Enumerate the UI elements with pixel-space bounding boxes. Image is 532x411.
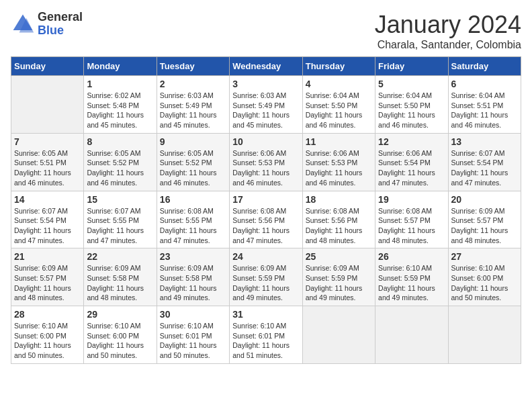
day-info: Sunrise: 6:09 AM Sunset: 5:57 PM Dayligh… <box>14 263 81 303</box>
calendar-cell: 7Sunrise: 6:05 AM Sunset: 5:51 PM Daylig… <box>11 133 84 191</box>
day-number: 8 <box>87 136 153 147</box>
calendar-cell: 8Sunrise: 6:05 AM Sunset: 5:52 PM Daylig… <box>84 133 157 191</box>
calendar-cell: 11Sunrise: 6:06 AM Sunset: 5:53 PM Dayli… <box>302 133 375 191</box>
day-info: Sunrise: 6:06 AM Sunset: 5:54 PM Dayligh… <box>378 148 445 188</box>
day-number: 5 <box>378 79 445 89</box>
calendar-cell: 12Sunrise: 6:06 AM Sunset: 5:54 PM Dayli… <box>375 133 448 191</box>
calendar-week-5: 28Sunrise: 6:10 AM Sunset: 6:00 PM Dayli… <box>11 306 521 364</box>
calendar-cell: 21Sunrise: 6:09 AM Sunset: 5:57 PM Dayli… <box>11 248 84 306</box>
day-number: 20 <box>451 194 518 205</box>
day-info: Sunrise: 6:07 AM Sunset: 5:54 PM Dayligh… <box>451 148 518 188</box>
calendar-cell: 6Sunrise: 6:04 AM Sunset: 5:51 PM Daylig… <box>448 76 521 134</box>
calendar-cell: 4Sunrise: 6:04 AM Sunset: 5:50 PM Daylig… <box>302 76 375 134</box>
calendar-cell: 28Sunrise: 6:10 AM Sunset: 6:00 PM Dayli… <box>11 306 84 364</box>
header-row: SundayMondayTuesdayWednesdayThursdayFrid… <box>11 57 521 76</box>
day-number: 16 <box>160 194 226 205</box>
calendar-cell: 22Sunrise: 6:09 AM Sunset: 5:58 PM Dayli… <box>84 248 157 306</box>
day-number: 25 <box>306 251 372 262</box>
day-number: 21 <box>14 251 81 262</box>
calendar-header: SundayMondayTuesdayWednesdayThursdayFrid… <box>11 57 521 76</box>
calendar-cell: 5Sunrise: 6:04 AM Sunset: 5:50 PM Daylig… <box>375 76 448 134</box>
day-info: Sunrise: 6:06 AM Sunset: 5:53 PM Dayligh… <box>232 148 299 188</box>
day-info: Sunrise: 6:04 AM Sunset: 5:50 PM Dayligh… <box>306 91 372 130</box>
day-number: 4 <box>306 79 372 89</box>
calendar-week-2: 7Sunrise: 6:05 AM Sunset: 5:51 PM Daylig… <box>11 133 521 191</box>
calendar-cell: 3Sunrise: 6:03 AM Sunset: 5:49 PM Daylig… <box>230 76 302 134</box>
calendar-cell: 9Sunrise: 6:05 AM Sunset: 5:52 PM Daylig… <box>157 133 229 191</box>
day-number: 13 <box>451 136 518 147</box>
day-info: Sunrise: 6:09 AM Sunset: 5:59 PM Dayligh… <box>232 263 299 303</box>
day-info: Sunrise: 6:03 AM Sunset: 5:49 PM Dayligh… <box>232 91 299 130</box>
day-info: Sunrise: 6:09 AM Sunset: 5:58 PM Dayligh… <box>160 263 226 303</box>
calendar-cell: 20Sunrise: 6:09 AM Sunset: 5:57 PM Dayli… <box>448 191 521 248</box>
day-info: Sunrise: 6:05 AM Sunset: 5:52 PM Dayligh… <box>87 148 153 188</box>
calendar-cell: 2Sunrise: 6:03 AM Sunset: 5:49 PM Daylig… <box>157 76 229 134</box>
calendar-cell: 13Sunrise: 6:07 AM Sunset: 5:54 PM Dayli… <box>448 133 521 191</box>
day-info: Sunrise: 6:06 AM Sunset: 5:53 PM Dayligh… <box>306 148 372 188</box>
day-number: 6 <box>451 79 518 89</box>
day-number: 31 <box>232 309 299 320</box>
day-info: Sunrise: 6:08 AM Sunset: 5:57 PM Dayligh… <box>378 206 445 246</box>
day-number: 14 <box>14 194 81 205</box>
weekday-header-sunday: Sunday <box>11 57 84 76</box>
day-number: 29 <box>87 309 153 320</box>
logo-general-text: General <box>38 11 83 24</box>
calendar-cell: 30Sunrise: 6:10 AM Sunset: 6:01 PM Dayli… <box>157 306 229 364</box>
calendar-cell: 10Sunrise: 6:06 AM Sunset: 5:53 PM Dayli… <box>230 133 302 191</box>
calendar-cell: 31Sunrise: 6:10 AM Sunset: 6:01 PM Dayli… <box>230 306 302 364</box>
day-number: 18 <box>306 194 372 205</box>
day-number: 28 <box>14 309 81 320</box>
calendar-week-4: 21Sunrise: 6:09 AM Sunset: 5:57 PM Dayli… <box>11 248 521 306</box>
weekday-header-saturday: Saturday <box>448 57 521 76</box>
day-info: Sunrise: 6:07 AM Sunset: 5:55 PM Dayligh… <box>87 206 153 246</box>
calendar-cell <box>448 306 521 364</box>
day-number: 26 <box>378 251 445 262</box>
day-info: Sunrise: 6:05 AM Sunset: 5:52 PM Dayligh… <box>160 148 226 188</box>
day-info: Sunrise: 6:04 AM Sunset: 5:50 PM Dayligh… <box>378 91 445 130</box>
page-header: General Blue January 2024 Charala, Santa… <box>11 11 521 51</box>
logo-blue-text: Blue <box>38 24 83 38</box>
calendar-cell: 26Sunrise: 6:10 AM Sunset: 5:59 PM Dayli… <box>375 248 448 306</box>
day-number: 12 <box>378 136 445 147</box>
calendar-cell: 25Sunrise: 6:09 AM Sunset: 5:59 PM Dayli… <box>302 248 375 306</box>
day-info: Sunrise: 6:09 AM Sunset: 5:59 PM Dayligh… <box>306 263 372 303</box>
calendar-cell: 23Sunrise: 6:09 AM Sunset: 5:58 PM Dayli… <box>157 248 229 306</box>
weekday-header-wednesday: Wednesday <box>230 57 302 76</box>
calendar-cell: 19Sunrise: 6:08 AM Sunset: 5:57 PM Dayli… <box>375 191 448 248</box>
weekday-header-friday: Friday <box>375 57 448 76</box>
weekday-header-monday: Monday <box>84 57 157 76</box>
day-info: Sunrise: 6:08 AM Sunset: 5:55 PM Dayligh… <box>160 206 226 246</box>
calendar-cell <box>302 306 375 364</box>
day-number: 27 <box>451 251 518 262</box>
calendar-cell: 14Sunrise: 6:07 AM Sunset: 5:54 PM Dayli… <box>11 191 84 248</box>
calendar-cell: 17Sunrise: 6:08 AM Sunset: 5:56 PM Dayli… <box>230 191 302 248</box>
calendar-body: 1Sunrise: 6:02 AM Sunset: 5:48 PM Daylig… <box>11 76 521 364</box>
logo: General Blue <box>11 11 83 38</box>
day-number: 17 <box>232 194 299 205</box>
day-number: 15 <box>87 194 153 205</box>
day-number: 2 <box>160 79 226 89</box>
calendar-cell: 1Sunrise: 6:02 AM Sunset: 5:48 PM Daylig… <box>84 76 157 134</box>
calendar-week-1: 1Sunrise: 6:02 AM Sunset: 5:48 PM Daylig… <box>11 76 521 134</box>
weekday-header-thursday: Thursday <box>302 57 375 76</box>
day-number: 11 <box>306 136 372 147</box>
weekday-header-tuesday: Tuesday <box>157 57 229 76</box>
calendar-cell: 29Sunrise: 6:10 AM Sunset: 6:00 PM Dayli… <box>84 306 157 364</box>
day-info: Sunrise: 6:10 AM Sunset: 5:59 PM Dayligh… <box>378 263 445 303</box>
day-info: Sunrise: 6:03 AM Sunset: 5:49 PM Dayligh… <box>160 91 226 130</box>
day-info: Sunrise: 6:02 AM Sunset: 5:48 PM Dayligh… <box>87 91 153 130</box>
day-number: 7 <box>14 136 81 147</box>
day-info: Sunrise: 6:10 AM Sunset: 6:01 PM Dayligh… <box>232 321 299 361</box>
calendar-cell <box>375 306 448 364</box>
day-number: 30 <box>160 309 226 320</box>
calendar-table: SundayMondayTuesdayWednesdayThursdayFrid… <box>11 56 521 364</box>
location-subtitle: Charala, Santander, Colombia <box>375 39 521 51</box>
calendar-title-block: January 2024 Charala, Santander, Colombi… <box>375 11 521 51</box>
day-info: Sunrise: 6:07 AM Sunset: 5:54 PM Dayligh… <box>14 206 81 246</box>
calendar-cell <box>11 76 84 134</box>
day-info: Sunrise: 6:08 AM Sunset: 5:56 PM Dayligh… <box>232 206 299 246</box>
day-number: 24 <box>232 251 299 262</box>
day-info: Sunrise: 6:10 AM Sunset: 6:00 PM Dayligh… <box>87 321 153 361</box>
day-info: Sunrise: 6:10 AM Sunset: 6:00 PM Dayligh… <box>14 321 81 361</box>
day-number: 10 <box>232 136 299 147</box>
